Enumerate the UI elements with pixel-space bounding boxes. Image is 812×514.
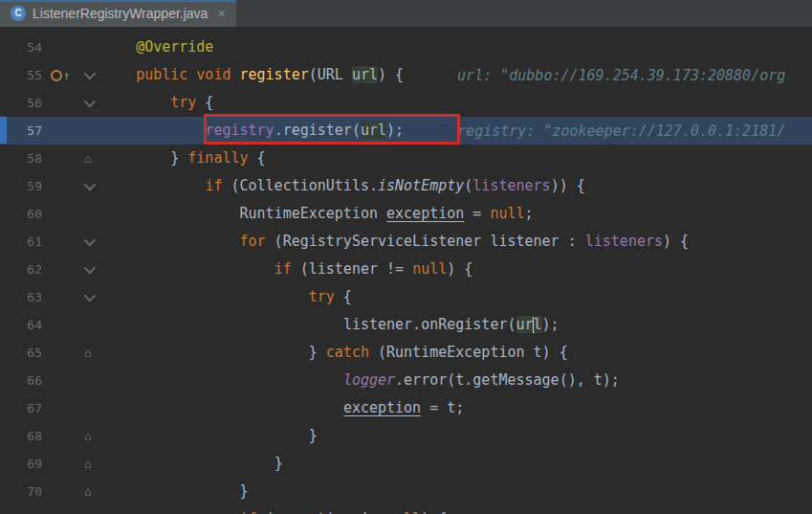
code-token: ur [516,316,534,333]
code-token: ( [464,177,472,194]
fold-slot [77,71,99,79]
code-token: { [196,94,213,111]
fold-end-icon[interactable]: ⌂ [84,152,92,165]
fold-end-icon[interactable]: ⌂ [84,485,92,498]
code-line: 60 RuntimeException exception = null; [0,200,812,228]
override-up-arrow-icon: ↑ [63,70,70,81]
indent [101,344,309,361]
line-number[interactable]: 54 [0,40,44,55]
code-token: public [136,66,187,83]
code-text[interactable]: } [101,422,318,450]
fold-slot: ⌂ [77,152,99,165]
code-line: 62 if (listener != null) { [0,256,812,283]
code-text[interactable]: public void register(URL url) { [101,61,404,89]
code-token [230,66,239,83]
code-text[interactable]: try { [101,89,213,117]
code-token: exception [386,205,464,222]
code-token: logger [343,371,395,389]
line-number[interactable]: 63 [0,290,44,304]
code-text[interactable]: RuntimeException exception = null; [101,200,534,228]
code-token: (CollectionUtils. [222,177,378,194]
line-number[interactable]: 60 [0,207,44,221]
code-token: finally [187,149,248,167]
code-text[interactable]: if (listener != null) { [101,256,472,283]
code-token: (listener != [292,260,412,278]
code-text[interactable]: for (RegistryServiceListener listener : … [101,228,689,256]
line-number[interactable]: 70 [0,484,44,499]
indent [101,94,170,111]
indent [101,455,274,472]
line-number[interactable]: 58 [0,151,44,166]
debugger-inline-value: registry: "zookeeper://127.0.0.1:2181/ [457,123,785,140]
line-number[interactable]: 64 [0,318,44,332]
code-token: null [490,205,524,222]
code-text[interactable]: @Override [101,34,213,61]
code-line: 64 listener.onRegister(url); [0,311,812,339]
fold-collapse-icon[interactable] [83,262,96,275]
line-number[interactable]: 55 [0,68,44,82]
code-text[interactable]: exception = t; [101,394,464,422]
code-text[interactable]: } [101,478,249,505]
code-text[interactable]: logger.error(t.getMessage(), t); [101,367,620,394]
code-text[interactable]: } finally { [101,145,266,172]
code-token: if [205,177,222,194]
code-token: void [196,66,230,83]
editor-tab-bar: C ListenerRegistryWrapper.java × [0,0,812,28]
code-token: { [249,149,266,167]
fold-collapse-icon[interactable] [83,290,96,302]
code-text[interactable]: listener.onRegister(url); [101,311,560,339]
code-token: listener.onRegister( [343,316,516,333]
fold-end-icon[interactable]: ⌂ [84,346,92,359]
fold-slot [77,265,99,274]
code-token: ) { [378,66,404,83]
ide-window: C ListenerRegistryWrapper.java × 54 @Ove… [0,0,812,514]
indent [101,233,240,250]
fold-slot: ⌂ [77,485,99,498]
code-line: 54 @Override [0,34,812,61]
fold-end-icon[interactable]: ⌂ [84,458,92,470]
line-number[interactable]: 59 [0,179,44,193]
line-number[interactable]: 62 [0,262,44,277]
editor-tab[interactable]: C ListenerRegistryWrapper.java × [0,0,236,27]
line-number[interactable]: 69 [0,457,44,471]
line-number[interactable]: 61 [0,235,44,249]
fold-collapse-icon[interactable] [83,96,96,108]
code-token: } [309,427,318,444]
indent [101,66,136,83]
code-text[interactable]: } [101,450,283,478]
code-line: 65⌂ } catch (RuntimeException t) { [0,339,812,367]
code-token: try [170,94,196,111]
code-token: = t; [421,399,464,416]
code-token: ( [309,66,318,83]
indent [101,316,343,333]
code-token: ) { [421,510,447,514]
code-token: .error(t.getMessage(), t); [395,371,620,389]
indent [101,38,136,56]
code-token: registry [205,122,274,139]
fold-collapse-icon[interactable] [83,235,96,247]
code-text[interactable]: } catch (RuntimeException t) { [101,339,568,367]
fold-end-icon[interactable]: ⌂ [84,430,92,442]
code-text[interactable]: registry.register(url); [101,117,404,145]
line-number[interactable]: 67 [0,401,44,415]
debugger-inline-value: url: "dubbo://169.254.39.173:20880/org [457,67,785,84]
code-text[interactable]: try { [101,283,352,311]
code-text[interactable]: if (exception != null) { [101,505,447,514]
code-token: } [240,482,249,500]
code-token: for [240,233,266,250]
code-token: null [412,260,447,278]
close-icon[interactable]: × [217,6,225,21]
code-line: 68⌂ } [0,422,812,450]
fold-collapse-icon[interactable] [83,68,96,80]
line-number[interactable]: 68 [0,429,44,443]
fold-slot [77,293,99,302]
code-token: { [335,288,352,305]
indent [101,122,205,139]
line-number[interactable]: 66 [0,373,44,388]
indent [101,149,170,167]
line-number[interactable]: 65 [0,346,44,360]
fold-collapse-icon[interactable] [83,179,96,191]
line-number[interactable]: 56 [0,96,44,110]
overrides-method-icon[interactable] [51,70,62,81]
code-text[interactable]: if (CollectionUtils.isNotEmpty(listeners… [101,172,585,200]
